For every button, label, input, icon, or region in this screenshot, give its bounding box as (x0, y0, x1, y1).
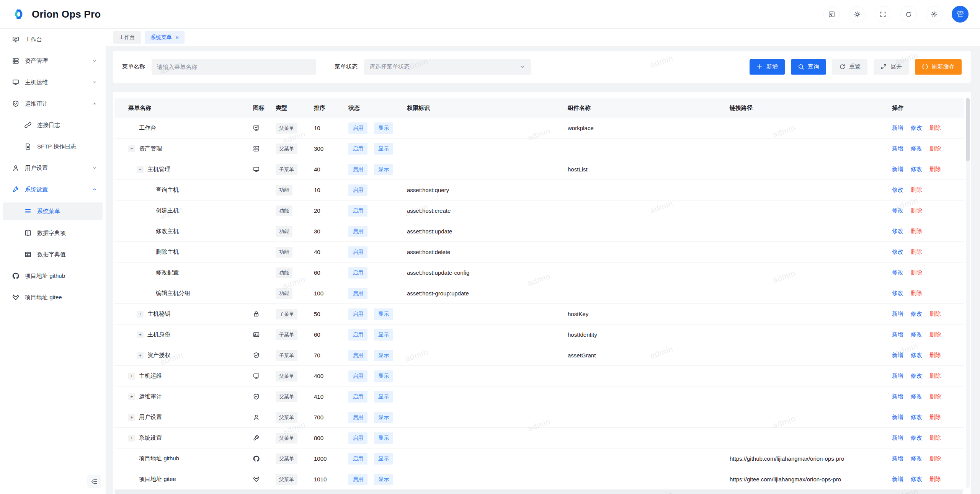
op-edit-link[interactable]: 修改 (911, 310, 922, 318)
op-edit-link[interactable]: 修改 (911, 352, 922, 359)
op-add-link[interactable]: 新增 (892, 393, 903, 400)
op-delete-link[interactable]: 删除 (911, 269, 922, 276)
op-edit-link[interactable]: 修改 (911, 145, 922, 152)
expand-row-icon[interactable]: + (137, 311, 144, 318)
table-row: +主机运维父菜单400启用显示新增修改删除 (114, 366, 964, 386)
chevron-down-icon (92, 80, 97, 85)
op-edit-link[interactable]: 修改 (911, 124, 922, 132)
op-delete-link[interactable]: 删除 (929, 145, 941, 152)
op-edit-link[interactable]: 修改 (911, 372, 922, 380)
menu-name-cell: +主机运维 (114, 372, 248, 380)
op-edit-link[interactable]: 修改 (911, 434, 922, 442)
expand-row-icon[interactable]: + (128, 435, 135, 442)
op-edit-link[interactable]: 修改 (892, 269, 903, 276)
sidebar-item-host-ops[interactable]: 主机运维 (0, 74, 106, 91)
theme-button[interactable] (849, 6, 866, 23)
op-edit-link[interactable]: 修改 (892, 290, 903, 297)
vertical-scrollbar[interactable] (966, 98, 970, 488)
op-add-link[interactable]: 新增 (892, 455, 903, 462)
op-delete-link[interactable]: 删除 (911, 186, 922, 194)
op-add-link[interactable]: 新增 (892, 145, 903, 152)
expand-row-icon[interactable]: + (128, 414, 135, 421)
op-delete-link[interactable]: 删除 (929, 124, 941, 132)
tab-system-menu[interactable]: 系统菜单 × (145, 31, 185, 44)
op-edit-link[interactable]: 修改 (911, 393, 922, 400)
sidebar-item-dict-keys[interactable]: 数据字典项 (0, 225, 106, 241)
op-add-link[interactable]: 新增 (892, 476, 903, 483)
type-tag: 功能 (276, 267, 292, 278)
op-delete-link[interactable]: 删除 (929, 455, 941, 462)
close-icon[interactable]: × (175, 34, 179, 40)
menu-name-input[interactable] (152, 59, 316, 75)
op-edit-link[interactable]: 修改 (911, 331, 922, 338)
op-add-link[interactable]: 新增 (892, 124, 903, 132)
sidebar-item-project-gitee[interactable]: 项目地址 gitee (0, 289, 106, 306)
op-delete-link[interactable]: 删除 (911, 207, 922, 214)
avatar[interactable]: 管 (952, 6, 969, 23)
settings-button[interactable] (926, 6, 942, 23)
op-edit-link[interactable]: 修改 (911, 414, 922, 421)
op-delete-link[interactable]: 删除 (911, 248, 922, 256)
sidebar-item-workbench[interactable]: 工作台 (0, 31, 106, 48)
expand-button[interactable]: 展开 (874, 59, 909, 75)
op-delete-link[interactable]: 删除 (929, 372, 941, 380)
expand-row-icon[interactable]: + (137, 352, 144, 359)
sidebar-collapse-button[interactable] (87, 475, 101, 488)
sidebar-item-sftp-log[interactable]: SFTP 操作日志 (0, 138, 106, 155)
search-button[interactable]: 查询 (791, 59, 826, 75)
op-add-link[interactable]: 新增 (892, 352, 903, 359)
sidebar-item-system-menu[interactable]: 系统菜单 (3, 202, 103, 220)
fullscreen-button[interactable] (875, 6, 891, 23)
op-edit-link[interactable]: 修改 (911, 455, 922, 462)
book-icon (24, 230, 31, 236)
op-edit-link[interactable]: 修改 (892, 186, 903, 194)
expand-row-icon[interactable]: + (128, 393, 135, 400)
op-delete-link[interactable]: 删除 (929, 166, 941, 173)
op-delete-link[interactable]: 删除 (911, 228, 922, 235)
refresh-cache-button[interactable]: 刷新缓存 (915, 59, 962, 75)
scrollbar-thumb[interactable] (966, 98, 970, 161)
tab-workbench[interactable]: 工作台 (113, 31, 141, 44)
op-add-link[interactable]: 新增 (892, 331, 903, 338)
collapse-row-icon[interactable]: − (137, 166, 144, 173)
sidebar-item-system-settings[interactable]: 系统设置 (0, 181, 106, 198)
reload-button[interactable] (900, 6, 917, 23)
sidebar-item-project-github[interactable]: 项目地址 github (0, 267, 106, 284)
op-edit-link[interactable]: 修改 (911, 166, 922, 173)
sidebar-item-label: 系统菜单 (37, 208, 60, 215)
collapse-row-icon[interactable]: − (128, 145, 135, 152)
op-edit-link[interactable]: 修改 (892, 228, 903, 235)
op-delete-link[interactable]: 删除 (929, 331, 941, 338)
expand-row-icon[interactable]: + (137, 331, 144, 338)
code-button[interactable] (823, 6, 840, 23)
add-button[interactable]: 新增 (750, 59, 785, 75)
sidebar-item-ops-audit[interactable]: 运维审计 (0, 95, 106, 112)
sidebar-item-asset-management[interactable]: 资产管理 (0, 52, 106, 69)
op-add-link[interactable]: 新增 (892, 310, 903, 318)
op-edit-link[interactable]: 修改 (892, 248, 903, 256)
op-add-link[interactable]: 新增 (892, 414, 903, 421)
op-delete-link[interactable]: 删除 (929, 352, 941, 359)
op-delete-link[interactable]: 删除 (929, 310, 941, 318)
sidebar-item-dict-values[interactable]: 数据字典值 (0, 246, 106, 263)
menu-sort-cell: 50 (308, 311, 342, 317)
menu-status-select[interactable]: 请选择菜单状态 (364, 59, 531, 75)
op-delete-link[interactable]: 删除 (929, 476, 941, 483)
op-delete-link[interactable]: 删除 (929, 414, 941, 421)
github-icon (253, 455, 260, 462)
expand-row-icon[interactable]: + (128, 373, 135, 380)
op-edit-link[interactable]: 修改 (892, 207, 903, 214)
op-delete-link[interactable]: 删除 (929, 434, 941, 442)
op-delete-link[interactable]: 删除 (911, 290, 922, 297)
column-header-status: 状态 (342, 104, 402, 112)
sidebar-item-connect-log[interactable]: 连接日志 (0, 117, 106, 134)
op-add-link[interactable]: 新增 (892, 434, 903, 442)
menu-sort-cell: 60 (308, 269, 342, 276)
sidebar-item-user-settings[interactable]: 用户设置 (0, 160, 106, 176)
op-add-link[interactable]: 新增 (892, 166, 903, 173)
op-edit-link[interactable]: 修改 (911, 476, 922, 483)
op-delete-link[interactable]: 删除 (929, 393, 941, 400)
op-add-link[interactable]: 新增 (892, 372, 903, 380)
horizontal-scrollbar[interactable] (114, 490, 963, 494)
reset-button[interactable]: 重置 (832, 59, 867, 75)
